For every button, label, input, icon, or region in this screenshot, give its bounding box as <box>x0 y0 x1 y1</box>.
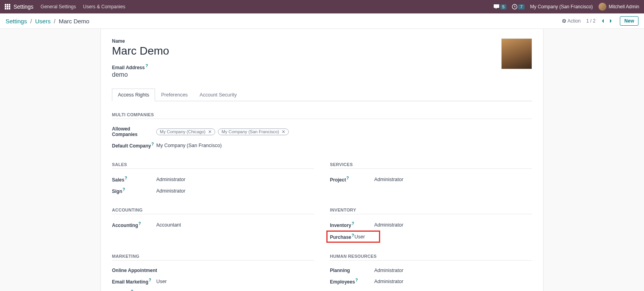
gear-icon <box>562 19 566 23</box>
help-icon[interactable]: ? <box>347 176 349 180</box>
accounting-label: Accounting? <box>112 221 156 228</box>
company-selector[interactable]: My Company (San Francisco) <box>530 4 593 9</box>
help-icon[interactable]: ? <box>138 221 141 226</box>
section-services: SERVICES <box>330 162 532 167</box>
employees-select[interactable]: Administrator <box>374 279 403 284</box>
planning-label: Planning <box>330 268 374 273</box>
action-menu[interactable]: Action <box>562 18 581 24</box>
form-sheet: Name Marc Demo Email Address? demo Acces… <box>100 29 544 291</box>
purchase-highlight: Purchase? User <box>326 231 380 243</box>
project-select[interactable]: Administrator <box>374 177 403 182</box>
section-accounting: ACCOUNTING <box>112 208 314 212</box>
help-icon[interactable]: ? <box>355 278 358 282</box>
name-input[interactable]: Marc Demo <box>112 45 501 57</box>
chevron-right-icon <box>609 19 612 23</box>
apps-icon[interactable] <box>5 4 10 9</box>
tab-account-security[interactable]: Account Security <box>194 89 243 101</box>
prev-button[interactable] <box>599 17 606 25</box>
next-button[interactable] <box>607 17 614 25</box>
tabs: Access Rights Preferences Account Securi… <box>112 89 532 101</box>
inventory-select[interactable]: Administrator <box>374 222 403 228</box>
email-label: Email Address? <box>112 64 501 70</box>
help-icon[interactable]: ? <box>352 221 354 226</box>
section-marketing: MARKETING <box>112 254 314 259</box>
section-inventory: INVENTORY <box>330 208 532 212</box>
planning-select[interactable]: Administrator <box>374 268 403 273</box>
help-icon[interactable]: ? <box>152 142 154 146</box>
surveys-label: Surveys? <box>112 289 156 291</box>
help-icon[interactable]: ? <box>352 233 354 238</box>
control-bar: Settings / Users / Marc Demo Action 1 / … <box>0 13 644 29</box>
default-company-select[interactable]: My Company (San Francisco) <box>156 143 222 148</box>
purchase-label: Purchase? <box>330 233 354 240</box>
company-tag[interactable]: My Company (San Francisco)✕ <box>218 128 289 135</box>
breadcrumb-current: Marc Demo <box>59 18 89 25</box>
email-marketing-select[interactable]: User <box>156 279 167 284</box>
section-hr: HUMAN RESOURCES <box>330 254 532 259</box>
chat-icon[interactable]: 5 <box>493 4 507 9</box>
pager[interactable]: 1 / 2 <box>586 18 595 24</box>
sales-label: Sales? <box>112 176 156 183</box>
user-menu[interactable]: Mitchell Admin <box>599 3 639 11</box>
chat-badge: 5 <box>500 4 507 9</box>
accounting-select[interactable]: Accountant <box>156 222 181 228</box>
top-navbar: Settings General Settings Users & Compan… <box>0 0 644 13</box>
allowed-companies-input[interactable]: My Company (Chicago)✕ My Company (San Fr… <box>156 128 290 135</box>
help-icon[interactable]: ? <box>149 278 151 282</box>
tab-preferences[interactable]: Preferences <box>155 89 193 101</box>
remove-icon[interactable]: ✕ <box>208 129 212 134</box>
avatar-icon <box>599 3 606 11</box>
tab-access-rights[interactable]: Access Rights <box>112 89 155 101</box>
default-company-label: Default Company? <box>112 142 156 149</box>
user-avatar[interactable] <box>501 38 532 69</box>
activity-badge: 7 <box>518 4 525 9</box>
project-label: Project? <box>330 176 374 183</box>
breadcrumb: Settings / Users / Marc Demo <box>6 18 89 25</box>
allowed-companies-label: Allowed Companies <box>112 126 156 137</box>
help-icon[interactable]: ? <box>146 64 148 68</box>
company-tag[interactable]: My Company (Chicago)✕ <box>156 128 215 135</box>
menu-users-companies[interactable]: Users & Companies <box>83 4 125 9</box>
sales-select[interactable]: Administrator <box>156 177 186 182</box>
section-multi-companies: MULTI COMPANIES <box>112 112 532 117</box>
email-marketing-label: Email Marketing? <box>112 278 156 285</box>
purchase-select[interactable]: User <box>354 234 365 240</box>
help-icon[interactable]: ? <box>125 176 127 180</box>
user-name: Mitchell Admin <box>609 4 639 9</box>
module-name[interactable]: Settings <box>13 4 34 10</box>
email-input[interactable]: demo <box>112 71 501 78</box>
chevron-left-icon <box>601 19 604 23</box>
name-label: Name <box>112 38 501 44</box>
sign-label: Sign? <box>112 187 156 194</box>
remove-icon[interactable]: ✕ <box>282 129 285 134</box>
menu-general-settings[interactable]: General Settings <box>41 4 76 9</box>
inventory-label: Inventory? <box>330 221 374 228</box>
section-sales: SALES <box>112 162 314 167</box>
help-icon[interactable]: ? <box>123 187 125 192</box>
breadcrumb-root[interactable]: Settings <box>6 18 27 25</box>
activity-icon[interactable]: 7 <box>512 4 525 9</box>
employees-label: Employees? <box>330 278 374 285</box>
breadcrumb-parent[interactable]: Users <box>35 18 51 25</box>
new-button[interactable]: New <box>620 16 638 26</box>
online-appointment-label: Online Appointment <box>112 268 167 273</box>
help-icon[interactable]: ? <box>131 289 133 291</box>
sign-select[interactable]: Administrator <box>156 188 186 194</box>
